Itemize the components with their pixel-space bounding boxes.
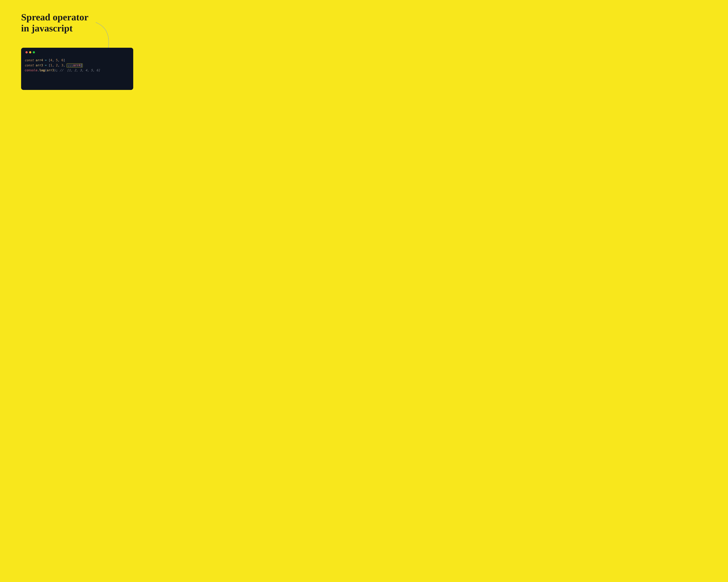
title-line-2: in javascript [21,23,73,33]
keyword-const: const [25,58,34,62]
num-1: 1 [50,63,52,67]
num-5: 5 [56,58,58,62]
bracket-open: [ [49,58,50,62]
obj-console: console [25,68,37,72]
minimize-icon [29,51,31,53]
comma: , [58,63,60,67]
spread-highlight: ...arr4] [67,63,82,67]
op-eq: = [45,58,47,62]
paren-close: ) [54,68,56,72]
bracket-open: [ [49,63,50,67]
keyword-const: const [25,63,34,67]
close-icon [25,51,28,53]
bracket-close: ] [80,63,82,67]
var-arr3: arr3 [36,63,43,67]
maximize-icon [33,51,35,53]
num-6: 6 [61,58,63,62]
var-arr4: arr4 [36,58,43,62]
num-3: 3 [61,63,63,67]
code-line-1: const arr4 = [4, 5, 6] [25,58,65,62]
arg-arr3: arr3 [47,68,54,72]
spread-operator: ... [68,63,73,67]
method-log: log [39,68,45,72]
comma: , [63,63,65,67]
spread-var-arr4: arr4 [73,63,80,67]
code-window: const arr4 = [4, 5, 6] const arr3 = [1, … [21,48,133,90]
code-line-2: const arr3 = [1, 2, 3, ...arr4] [25,63,83,67]
title-line-1: Spread operator [21,12,88,22]
comma: , [58,58,60,62]
code-line-3: console.log(arr3); // [1, 2, 3, 4, 5, 6] [25,68,100,72]
comma: , [52,58,54,62]
op-eq: = [45,63,47,67]
semicolon: ; [56,68,58,72]
num-4: 4 [50,58,52,62]
num-2: 2 [56,63,58,67]
window-traffic-lights [25,51,130,53]
dot: . [37,68,40,72]
comment-output: // [1, 2, 3, 4, 5, 6] [59,68,100,72]
paren-open: ( [45,68,47,72]
page-title: Spread operator in javascript [21,11,88,34]
code-block: const arr4 = [4, 5, 6] const arr3 = [1, … [25,58,130,73]
comma: , [52,63,54,67]
bracket-close: ] [63,58,65,62]
